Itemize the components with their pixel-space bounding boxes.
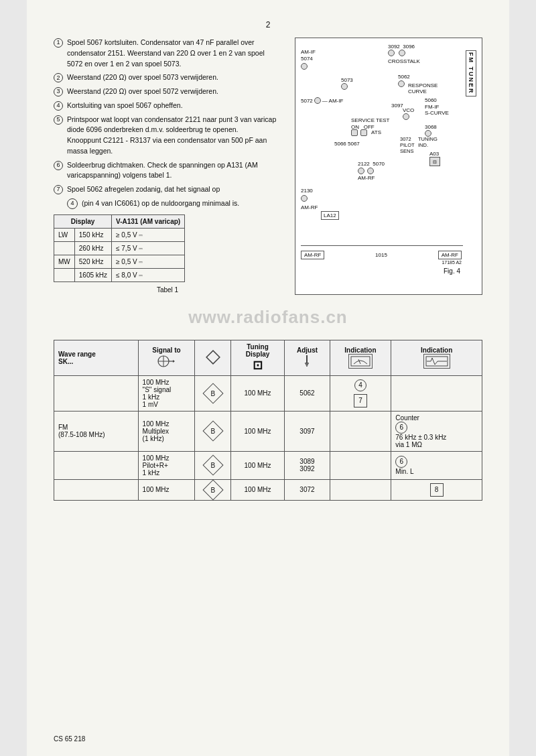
icon-6-circle-2: 6	[395, 422, 407, 434]
cell-tuning-2: 100 MHz	[230, 411, 285, 451]
table1-cell-empty1	[54, 241, 75, 255]
table1-cell-260khz: 260 kHz	[74, 241, 111, 255]
icon-7-square-1: 7	[354, 394, 367, 407]
instruction-7b: 4 (pin 4 van IC6061) op de nuldoorgang m…	[67, 198, 281, 209]
diag-amif-5074: AM-IF5074	[301, 49, 316, 72]
instruction-4: 4 Kortsluiting van spoel 5067 opheffen.	[54, 101, 281, 111]
diag-2122-5070: 2122 5070	[358, 161, 385, 167]
icon-6-circle-3: 6	[395, 456, 407, 468]
instruction-5: 5 Printspoor wat loopt van condensator 2…	[54, 115, 281, 157]
cell-wave-range-4	[54, 479, 139, 500]
b-diamond-2: B	[202, 421, 223, 442]
cell-tuning-3: 100 MHz	[230, 451, 285, 479]
diag-amrf-bottom1: AM-RF	[301, 251, 324, 259]
table1-cell-v3: ≥ 0,5 V ⎓	[112, 255, 185, 268]
tuner-icon	[157, 354, 176, 369]
meter-icon-header	[348, 354, 373, 369]
diag-5060: 5060	[425, 97, 437, 103]
th-col3	[195, 340, 230, 375]
table1-cell-v4: ≤ 8,0 V ⎓	[112, 268, 185, 281]
instruction-text-4: Kortsluiting van spoel 5067 opheffen.	[67, 101, 281, 111]
diag-1015: 1015	[375, 252, 387, 258]
fm-tuner-label: FM TUNER	[466, 50, 476, 97]
instruction-1: 1 Spoel 5067 kortsluiten. Condensator va…	[54, 38, 281, 69]
th-adjust-text: Adjust	[297, 346, 318, 354]
diag-2130: 2130 AM-RF	[301, 188, 318, 210]
th-wave-range: Wave range SK...	[54, 340, 139, 375]
diag-3097: 3097	[391, 103, 403, 109]
cell-indication2-3: 6 Min. L	[391, 451, 482, 479]
scope-svg	[425, 356, 448, 367]
cell-col3-1: B	[195, 375, 230, 411]
instruction-text-6: Soldeerbrug dichtmaken. Check de spannin…	[67, 160, 281, 182]
signal-arrow-icon	[143, 354, 191, 369]
diag-bottom-line	[301, 245, 463, 246]
th-signal-to: Signal to	[138, 340, 195, 375]
th-sk-text: SK...	[58, 358, 73, 365]
table-1: Display V-A131 (AM varicap) LW 150 kHz ≥…	[54, 214, 185, 282]
diag-3092-3096: 3092 3096	[388, 44, 415, 58]
diag-fmif-scurve: FM-IFS-CURVE	[425, 104, 449, 116]
th-indication-2-text: Indication	[421, 346, 452, 354]
cell-adjust-3: 30893092	[285, 451, 330, 479]
cell-adjust-1: 5062	[285, 375, 330, 411]
table1-cell-lw: LW	[54, 228, 75, 241]
diag-vco: VCO	[403, 107, 414, 121]
adjust-icon	[300, 354, 314, 367]
diag-tuning-ind: TUNINGIND.	[418, 136, 438, 148]
instruction-num-4: 4	[54, 101, 63, 111]
table1-cell-v2: ≤ 7,5 V ⎓	[112, 241, 185, 255]
instructions-column: 1 Spoel 5067 kortsluiten. Condensator va…	[54, 38, 281, 295]
b-diamond-4: B	[202, 479, 223, 500]
calibration-table: Wave range SK... Signal to	[54, 340, 482, 501]
cell-indication2-1	[391, 375, 482, 411]
instruction-text-2: Weerstand (220 Ω) over spoel 5073 verwij…	[67, 72, 281, 83]
cell-indication2-4: 8	[391, 479, 482, 500]
cell-col3-2: B	[195, 411, 230, 451]
instruction-6: 6 Soldeerbrug dichtmaken. Check de spann…	[54, 160, 281, 182]
icon-4-circle-1: 4	[354, 379, 366, 391]
icon-4-circle-instr: 4	[67, 198, 78, 209]
instruction-text-3: Weerstand (220 Ω) over spoel 5072 verwij…	[67, 86, 281, 97]
svg-rect-5	[206, 351, 220, 364]
th-tuning-text: TuningDisplay	[246, 343, 270, 358]
diag-la12: LA12	[321, 211, 339, 220]
instruction-text-7: Spoel 5062 afregelen zodanig, dat het si…	[67, 184, 281, 195]
watermark: www.radiofans.cn	[54, 307, 482, 328]
instruction-num-6: 6	[54, 161, 63, 170]
svg-line-11	[358, 359, 360, 364]
cell-indication1-1: 4 7	[330, 375, 391, 411]
cell-wave-range-2: FM(87.5-108 MHz)	[54, 411, 139, 451]
instruction-2: 2 Weerstand (220 Ω) over spoel 5073 verw…	[54, 72, 281, 83]
cell-indication1-4	[330, 479, 391, 500]
indication1-icons-1: 4 7	[334, 379, 387, 407]
table1-cell-1605khz: 1605 kHz	[74, 268, 111, 281]
cell-signal-2: 100 MHzMultiplex(1 kHz)	[138, 411, 195, 451]
table1-cell-520khz: 520 kHz	[74, 255, 111, 268]
cell-col3-4: B	[195, 479, 230, 500]
diag-5072: 5072 — AM-IF	[301, 97, 343, 104]
table1-header-varicap: V-A131 (AM varicap)	[112, 214, 185, 228]
cell-signal-3: 100 MHzPilot+R+1 kHz	[138, 451, 195, 479]
th-indication-2: Indication	[391, 340, 482, 375]
cell-indication1-3	[330, 451, 391, 479]
instruction-num-7: 7	[54, 185, 63, 194]
diag-service-test: SERVICE TEST	[351, 117, 390, 123]
diag-response-curve: RESPONSECURVE	[408, 82, 438, 94]
diag-crosstalk: CROSSTALK	[388, 58, 420, 64]
table-row-3: 100 MHzPilot+R+1 kHz B 100 MHz 30893092 …	[54, 451, 482, 479]
cell-signal-1: 100 MHz"S" signal1 kHz1 mV	[138, 375, 195, 411]
table-row-1: 100 MHz"S" signal1 kHz1 mV B 100 MHz 506…	[54, 375, 482, 411]
b-diamond-3: B	[202, 455, 223, 476]
diagram-inner: FM TUNER AM-IF5074 3092 3096 CROSSTALK 5…	[301, 44, 476, 265]
th-wave-range-text: Wave range	[58, 351, 96, 358]
instruction-7: 7 Spoel 5062 afregelen zodanig, dat het …	[54, 184, 281, 195]
table1-cell-150khz: 150 kHz	[74, 228, 111, 241]
instruction-num-3: 3	[54, 87, 63, 97]
cell-adjust-2: 3097	[285, 411, 330, 451]
table1-header-display: Display	[54, 214, 112, 228]
tabel-1-label: Tabel 1	[54, 285, 281, 295]
instruction-text-1: Spoel 5067 kortsluiten. Condensator van …	[67, 38, 281, 69]
cell-indication1-2	[330, 411, 391, 451]
display-icon: ⊡	[253, 359, 263, 372]
